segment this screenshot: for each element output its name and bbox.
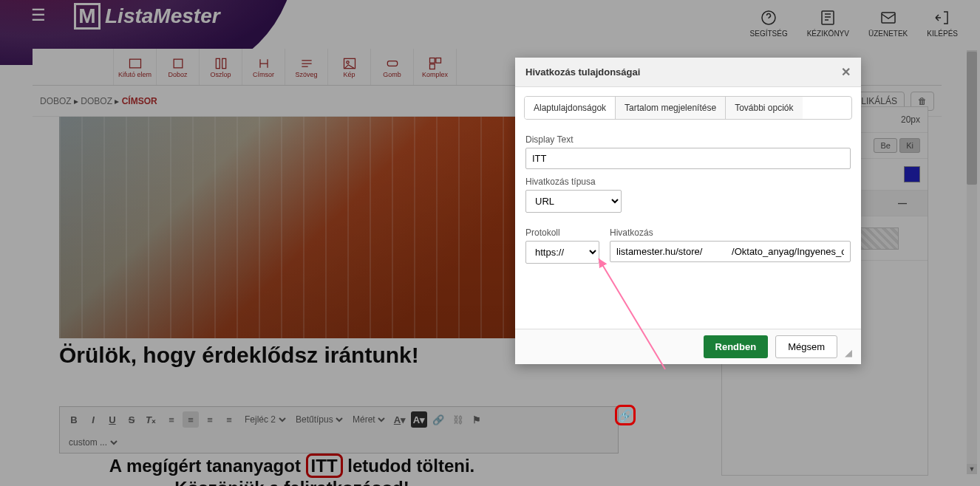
close-icon[interactable]: ✕	[841, 65, 851, 79]
protocol-select[interactable]: https://	[525, 241, 599, 264]
ok-button[interactable]: Rendben	[704, 335, 769, 358]
url-label: Hivatkozás	[610, 227, 851, 238]
link-type-select[interactable]: URL	[525, 190, 622, 213]
link-type-label: Hivatkozás típusa	[525, 177, 851, 187]
tab-basic[interactable]: Alaptulajdonságok	[525, 97, 616, 119]
protocol-label: Protokoll	[525, 227, 599, 238]
dialog-header: Hivatkozás tulajdonságai ✕	[515, 58, 861, 87]
dialog-body: Display Text Hivatkozás típusa URL Proto…	[515, 120, 861, 329]
resize-handle-icon[interactable]: ◢	[845, 347, 852, 358]
dialog-footer: Rendben Mégsem ◢	[515, 329, 861, 364]
display-text-label: Display Text	[525, 134, 851, 145]
cancel-button[interactable]: Mégsem	[775, 335, 837, 358]
link-dialog: Hivatkozás tulajdonságai ✕ Alaptulajdons…	[515, 58, 861, 364]
dialog-title: Hivatkozás tulajdonságai	[525, 66, 640, 78]
tab-more[interactable]: További opciók	[726, 97, 802, 119]
display-text-input[interactable]	[525, 148, 851, 169]
dialog-tabs: Alaptulajdonságok Tartalom megjelenítése…	[524, 96, 852, 120]
tab-display[interactable]: Tartalom megjelenítése	[616, 97, 726, 119]
annotation-link-highlight: 🔗	[615, 405, 636, 425]
url-input[interactable]	[610, 241, 851, 262]
